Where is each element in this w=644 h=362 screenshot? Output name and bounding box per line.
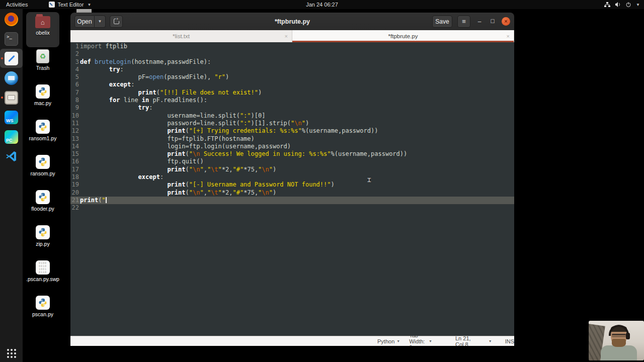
desktop-icon--pscan-py-swp[interactable]: 0100001010010110.pscan.py.swp xyxy=(26,258,59,294)
new-document-button[interactable] xyxy=(110,16,123,28)
line-number: 13 xyxy=(70,135,79,143)
pycharm-icon: PC xyxy=(5,130,18,144)
code-line-8: 8 for line in pF.readlines(): xyxy=(70,97,514,104)
line-number: 5 xyxy=(70,73,79,81)
line-number: 12 xyxy=(70,127,79,135)
code-line-7: 7 print("[!!] File does not exist!") xyxy=(70,89,514,97)
dock-item-text-editor[interactable] xyxy=(0,49,23,68)
save-button[interactable]: Save xyxy=(432,16,452,28)
python-file-icon xyxy=(36,84,50,99)
activities-button[interactable]: Activities xyxy=(6,2,28,8)
line-number: 20 xyxy=(70,189,79,197)
code-line-17: 17 print("\n","\t"*2,"#"*75,"\n") xyxy=(70,166,514,173)
line-number: 18 xyxy=(70,173,79,181)
desktop-icon-trash[interactable]: ♻Trash xyxy=(26,47,59,82)
code-line-21: 21print(" xyxy=(70,197,514,204)
code-line-16: 16 ftp.quit() xyxy=(70,158,514,165)
dock-item-terminal[interactable]: >_ xyxy=(0,29,23,48)
desktop-icon-zip-py[interactable]: zip.py xyxy=(26,223,59,258)
hamburger-menu-button[interactable]: ≡ xyxy=(457,16,470,28)
focused-app-name: Text Editor xyxy=(57,2,84,8)
line-number: 14 xyxy=(70,143,79,150)
open-button[interactable]: Open xyxy=(74,16,95,28)
tab-label: *ftpbrute.py xyxy=(388,33,418,39)
dock-item-firefox[interactable] xyxy=(0,10,23,29)
desktop-icon-ransom1-py[interactable]: ransom1.py xyxy=(26,118,59,153)
dock-item-thunderbird[interactable] xyxy=(0,68,23,87)
desktop-icon-obelix[interactable]: ⌂obelix xyxy=(26,12,59,47)
webcam-person-torso xyxy=(601,345,637,360)
line-number: 17 xyxy=(70,166,79,173)
cursor-position[interactable]: Ln 21, Col 8 xyxy=(455,335,474,346)
code-line-18: 18 except: xyxy=(70,173,514,181)
trash-icon: ♻ xyxy=(36,49,49,63)
terminal-icon: >_ xyxy=(5,32,18,46)
code-line-1: 1import ftplib xyxy=(70,43,514,50)
line-number: 21 xyxy=(70,197,79,204)
code-line-13: 13 ftp=ftplib.FTP(hostname) xyxy=(70,135,514,143)
chevron-down-icon: ▼ xyxy=(87,3,91,7)
code-line-14: 14 login=ftp.login(username,password) xyxy=(70,143,514,150)
desktop-icon-ransom-py[interactable]: ransom.py xyxy=(26,153,59,188)
desktop-icon-label: zip.py xyxy=(36,241,49,247)
maximize-button[interactable]: ☐ xyxy=(489,19,497,24)
desktop-icon-pscan-py[interactable]: pscan.py xyxy=(26,294,59,329)
code-line-9: 9 try: xyxy=(70,104,514,112)
line-number: 15 xyxy=(70,150,79,158)
volume-icon xyxy=(615,2,621,8)
tab-ftpbrute-py[interactable]: *ftpbrute.py × xyxy=(292,30,514,42)
close-button[interactable]: × xyxy=(502,17,510,26)
python-file-icon xyxy=(36,120,50,134)
desktop-icon-label: .pscan.py.swp xyxy=(26,276,59,282)
code-line-20: 20 print("\n","\t"*2,"#"*75,"\n") xyxy=(70,189,514,197)
close-icon[interactable]: × xyxy=(507,33,510,39)
desktop-icon-label: obelix xyxy=(36,30,49,36)
webstorm-icon: WS xyxy=(5,111,18,124)
header-bar: Open ▼ *ftpbrute.py Save ≡ – ☐ × xyxy=(70,13,514,30)
show-applications-button[interactable] xyxy=(0,347,23,360)
open-dropdown-button[interactable]: ▼ xyxy=(95,16,106,28)
dock-item-colored-squares[interactable] xyxy=(0,166,23,186)
chevron-down-icon: ▼ xyxy=(636,3,640,7)
language-selector[interactable]: Python▼ xyxy=(377,338,400,344)
line-number: 6 xyxy=(70,81,79,88)
python-file-icon xyxy=(36,155,50,169)
tab-list-txt[interactable]: *list.txt × xyxy=(70,30,292,42)
new-document-icon xyxy=(114,19,119,24)
code-editor[interactable]: 1import ftplib23def bruteLogin(hostname,… xyxy=(70,42,514,336)
dock-item-webstorm[interactable]: WS xyxy=(0,108,23,127)
dock-item-vscode[interactable] xyxy=(0,147,23,166)
desktop-icon-label: ransom.py xyxy=(30,170,55,176)
line-number: 19 xyxy=(70,181,79,189)
dock-item-pycharm[interactable]: PC xyxy=(0,127,23,146)
insert-mode-indicator: INS xyxy=(505,338,514,344)
webcam-headphone-cup xyxy=(626,333,630,339)
mouse-ibeam-cursor: ⌶ xyxy=(367,176,371,184)
clock[interactable]: Jan 24 06:27 xyxy=(0,2,644,8)
code-line-2: 2 xyxy=(70,50,514,58)
line-number: 1 xyxy=(70,43,79,50)
power-icon xyxy=(625,2,631,8)
line-number: 22 xyxy=(70,204,79,212)
dock: >_WSPC xyxy=(0,9,23,362)
code-line-19: 19 print("[-] Username and Password NOT … xyxy=(70,181,514,189)
line-number: 9 xyxy=(70,104,79,112)
focused-app-menu[interactable]: Text Editor ▼ xyxy=(49,2,91,8)
close-icon[interactable]: × xyxy=(285,33,288,39)
desktop-icon-label: Trash xyxy=(36,65,49,71)
python-file-icon xyxy=(36,296,50,310)
desktop-icon-mac-py[interactable]: mac.py xyxy=(26,82,59,118)
webcam-beard xyxy=(612,339,626,347)
desktop-icon-flooder-py[interactable]: flooder.py xyxy=(26,188,59,223)
system-tray[interactable]: ▼ xyxy=(604,2,640,8)
code-line-12: 12 print("[+] Trying credentials: %s:%s"… xyxy=(70,127,514,135)
top-bar: Activities Text Editor ▼ Jan 24 06:27 ▼ xyxy=(0,0,644,9)
code-line-4: 4 try: xyxy=(70,66,514,73)
chevron-down-icon[interactable]: ▼ xyxy=(489,339,492,343)
desktop-icon-label: flooder.py xyxy=(31,206,54,212)
dock-item-files[interactable] xyxy=(0,88,23,107)
minimize-button[interactable]: – xyxy=(475,18,484,25)
line-number: 7 xyxy=(70,89,79,97)
code-line-5: 5 pF=open(passwdFile), "r") xyxy=(70,73,514,81)
text-editor-icon xyxy=(5,52,18,65)
